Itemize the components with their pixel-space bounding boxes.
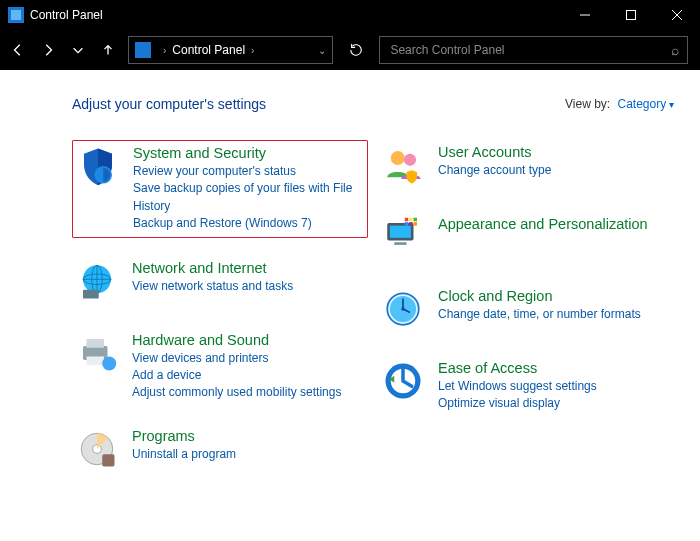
- category-user-accounts: User Accounts Change account type: [378, 140, 674, 194]
- minimize-button[interactable]: [562, 0, 608, 30]
- window-icon: [8, 7, 24, 23]
- category-title[interactable]: Clock and Region: [438, 288, 641, 304]
- task-link[interactable]: Change date, time, or number formats: [438, 306, 641, 323]
- svg-point-20: [404, 154, 416, 166]
- title-bar: Control Panel: [0, 0, 700, 30]
- category-system-security: System and Security Review your computer…: [72, 140, 368, 238]
- view-by-label: View by:: [565, 97, 610, 111]
- svg-rect-23: [394, 242, 406, 245]
- task-link[interactable]: Uninstall a program: [132, 446, 236, 463]
- disc-icon: [76, 428, 120, 474]
- control-panel-icon: [135, 42, 151, 58]
- ease-access-icon: [382, 360, 426, 413]
- chevron-right-icon[interactable]: ›: [163, 45, 166, 56]
- category-title[interactable]: System and Security: [133, 145, 363, 161]
- category-appearance-personalization: Appearance and Personalization: [378, 212, 674, 266]
- address-bar[interactable]: › Control Panel › ⌄: [128, 36, 333, 64]
- page-heading: Adjust your computer's settings: [72, 96, 565, 112]
- category-clock-region: Clock and Region Change date, time, or n…: [378, 284, 674, 338]
- monitor-palette-icon: [382, 216, 426, 262]
- category-ease-of-access: Ease of Access Let Windows suggest setti…: [378, 356, 674, 417]
- task-link[interactable]: Optimize visual display: [438, 395, 597, 412]
- navigation-bar: › Control Panel › ⌄ ⌕: [0, 30, 700, 70]
- category-network-internet: Network and Internet View network status…: [72, 256, 368, 310]
- svg-rect-22: [390, 226, 411, 238]
- up-button[interactable]: [94, 36, 122, 64]
- task-link[interactable]: Add a device: [132, 367, 341, 384]
- search-box[interactable]: ⌕: [379, 36, 688, 64]
- svg-point-15: [102, 356, 116, 370]
- task-link[interactable]: View network status and tasks: [132, 278, 293, 295]
- heading-row: Adjust your computer's settings View by:…: [72, 96, 674, 112]
- category-programs: Programs Uninstall a program: [72, 424, 368, 478]
- view-by-value[interactable]: Category: [618, 97, 674, 111]
- chevron-right-icon[interactable]: ›: [251, 45, 254, 56]
- svg-point-34: [401, 307, 405, 311]
- window-title: Control Panel: [30, 8, 562, 22]
- svg-rect-24: [405, 218, 409, 222]
- maximize-button[interactable]: [608, 0, 654, 30]
- content-area: Adjust your computer's settings View by:…: [0, 70, 700, 541]
- category-columns: System and Security Review your computer…: [72, 140, 674, 496]
- task-link[interactable]: Backup and Restore (Windows 7): [133, 215, 363, 232]
- view-by: View by: Category: [565, 97, 674, 111]
- svg-rect-27: [405, 222, 409, 226]
- forward-button[interactable]: [34, 36, 62, 64]
- users-icon: [382, 144, 426, 190]
- breadcrumb-root[interactable]: Control Panel: [172, 43, 245, 57]
- svg-rect-18: [102, 454, 114, 466]
- category-title[interactable]: Ease of Access: [438, 360, 597, 376]
- svg-rect-29: [414, 222, 418, 226]
- globe-icon: [76, 260, 120, 306]
- svg-rect-14: [87, 356, 105, 365]
- task-link[interactable]: View devices and printers: [132, 350, 341, 367]
- search-icon[interactable]: ⌕: [671, 42, 679, 58]
- refresh-button[interactable]: [341, 35, 371, 65]
- search-input[interactable]: [388, 42, 671, 58]
- back-button[interactable]: [4, 36, 32, 64]
- close-button[interactable]: [654, 0, 700, 30]
- recent-dropdown[interactable]: [64, 36, 92, 64]
- left-column: System and Security Review your computer…: [72, 140, 368, 496]
- svg-rect-26: [414, 218, 418, 222]
- printer-icon: [76, 332, 120, 402]
- svg-rect-13: [87, 339, 105, 348]
- svg-rect-11: [83, 289, 99, 298]
- category-title[interactable]: Network and Internet: [132, 260, 293, 276]
- category-title[interactable]: User Accounts: [438, 144, 551, 160]
- right-column: User Accounts Change account type Appear…: [378, 140, 674, 496]
- svg-rect-3: [627, 11, 636, 20]
- category-hardware-sound: Hardware and Sound View devices and prin…: [72, 328, 368, 406]
- task-link[interactable]: Let Windows suggest settings: [438, 378, 597, 395]
- category-title[interactable]: Hardware and Sound: [132, 332, 341, 348]
- task-link[interactable]: Change account type: [438, 162, 551, 179]
- task-link[interactable]: Save backup copies of your files with Fi…: [133, 180, 363, 215]
- category-title[interactable]: Programs: [132, 428, 236, 444]
- svg-rect-1: [11, 10, 21, 20]
- task-link[interactable]: Review your computer's status: [133, 163, 363, 180]
- svg-rect-28: [409, 222, 413, 226]
- svg-rect-25: [409, 218, 413, 222]
- shield-icon: [77, 145, 121, 233]
- category-title[interactable]: Appearance and Personalization: [438, 216, 648, 232]
- clock-icon: [382, 288, 426, 334]
- svg-point-19: [391, 151, 405, 165]
- address-dropdown[interactable]: ⌄: [318, 45, 326, 56]
- svg-rect-6: [135, 42, 151, 58]
- task-link[interactable]: Adjust commonly used mobility settings: [132, 384, 341, 401]
